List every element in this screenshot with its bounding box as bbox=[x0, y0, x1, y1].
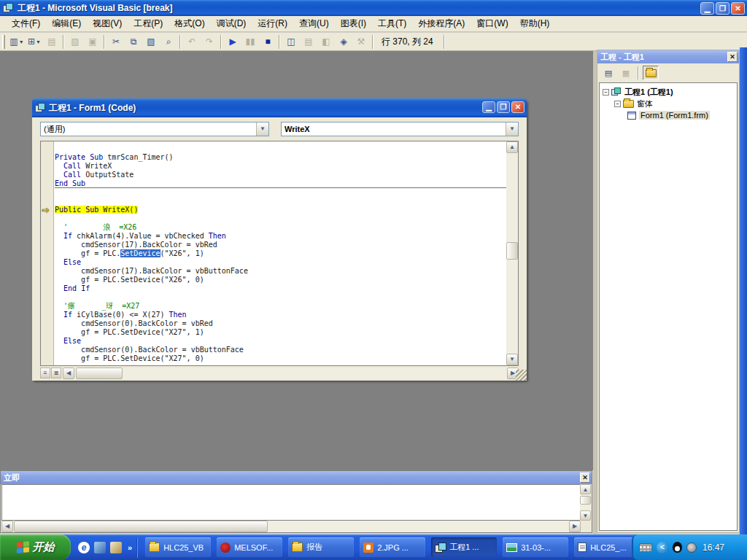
procedure-combo[interactable]: WriteX ▼ bbox=[281, 122, 519, 136]
properties-window-button[interactable]: ▤ bbox=[301, 34, 317, 50]
input-method-keyboard-icon[interactable] bbox=[639, 543, 652, 552]
toolbar-drag-handle[interactable] bbox=[2, 35, 5, 49]
code-line-20[interactable]: cmdSensor(0).BackColor = vbRed bbox=[55, 319, 506, 328]
continue-button[interactable]: ▶ bbox=[225, 34, 241, 50]
find-button[interactable]: ⌕ bbox=[160, 34, 177, 50]
scroll-left-arrow-icon[interactable]: ◀ bbox=[63, 368, 74, 379]
project-explorer-close-button[interactable]: ✕ bbox=[727, 52, 738, 62]
scroll-left-arrow-icon[interactable]: ◀ bbox=[1, 521, 13, 532]
object-combo[interactable]: (通用) ▼ bbox=[40, 122, 269, 136]
code-line-1[interactable]: Private Sub tmrScan_Timer() bbox=[55, 153, 506, 162]
menu-item-2[interactable]: 视图(V) bbox=[87, 16, 128, 31]
code-maximize-button[interactable]: ❐ bbox=[497, 101, 510, 113]
code-line-12[interactable]: gf = PLC.SetDevice("X26", 1) bbox=[55, 249, 506, 258]
code-line-11[interactable]: cmdSensor(17).BackColor = vbRed bbox=[55, 241, 506, 249]
tree-node-project[interactable]: − 工程1 (工程1) bbox=[600, 86, 737, 98]
code-line-13[interactable]: Else bbox=[55, 258, 506, 267]
form-layout-button[interactable]: ◧ bbox=[318, 34, 334, 50]
menu-editor-button[interactable]: ▤ bbox=[44, 34, 60, 50]
procedure-view-button[interactable]: ≡ bbox=[40, 368, 50, 378]
scroll-down-arrow-icon[interactable]: ▼ bbox=[580, 510, 591, 521]
menu-item-5[interactable]: 调试(D) bbox=[211, 16, 252, 31]
menu-item-9[interactable]: 工具(T) bbox=[372, 16, 412, 31]
scroll-up-arrow-icon[interactable]: ▲ bbox=[580, 484, 591, 494]
vertical-scroll-thumb[interactable] bbox=[506, 242, 518, 260]
internet-explorer-icon[interactable]: e bbox=[78, 542, 90, 553]
code-line-5[interactable] bbox=[55, 188, 506, 197]
task-button-0[interactable]: HLC25_VB bbox=[145, 537, 211, 557]
code-line-3[interactable]: Call OutputState bbox=[55, 171, 506, 179]
show-desktop-icon[interactable] bbox=[94, 542, 106, 553]
code-window-title-bar[interactable]: 工程1 - Form1 (Code) ▁ ❐ ✕ bbox=[32, 98, 527, 117]
code-line-15[interactable]: gf = PLC.SetDevice("X26", 0) bbox=[55, 276, 506, 284]
toolbox-button[interactable]: ⚒ bbox=[353, 34, 369, 50]
immediate-title-bar[interactable]: 立即 ✕ bbox=[1, 471, 592, 484]
dropdown-arrow-icon[interactable]: ▼ bbox=[19, 39, 24, 44]
code-line-24[interactable]: gf = PLC.SetDevice("X27", 0) bbox=[55, 354, 506, 363]
scroll-right-arrow-icon[interactable]: ▶ bbox=[569, 521, 581, 532]
paste-button[interactable]: ▧ bbox=[143, 34, 159, 50]
code-minimize-button[interactable]: ▁ bbox=[482, 101, 495, 113]
vertical-scroll-thumb[interactable] bbox=[580, 496, 591, 505]
toggle-folders-button[interactable] bbox=[643, 66, 659, 80]
cut-button[interactable]: ✂ bbox=[108, 34, 124, 50]
break-button[interactable]: ▮▮ bbox=[242, 34, 258, 50]
menu-item-1[interactable]: 编辑(E) bbox=[46, 16, 87, 31]
code-line-19[interactable]: If iCylBase(0) <= X(27) Then bbox=[55, 311, 506, 319]
code-vertical-scrollbar[interactable]: ▲ ▼ bbox=[506, 141, 518, 365]
code-line-14[interactable]: cmdSensor(17).BackColor = vbButtonFace bbox=[55, 267, 506, 276]
menu-item-6[interactable]: 运行(R) bbox=[252, 16, 293, 31]
view-code-button[interactable]: ▤ bbox=[600, 66, 616, 80]
code-line-22[interactable]: Else bbox=[55, 337, 506, 346]
horizontal-scroll-thumb[interactable] bbox=[14, 521, 268, 532]
forms-folder-label[interactable]: 窗体 bbox=[637, 98, 653, 109]
start-button[interactable]: 开始 bbox=[0, 534, 71, 560]
procedure-combo-arrow-icon[interactable]: ▼ bbox=[506, 122, 518, 136]
code-line-7[interactable]: Public Sub WriteX() bbox=[55, 206, 506, 214]
add-project-button[interactable]: ▥▼ bbox=[9, 34, 25, 50]
full-module-view-button[interactable]: ≣ bbox=[51, 368, 61, 378]
task-button-5[interactable]: 31-03-... bbox=[503, 537, 568, 557]
scroll-up-arrow-icon[interactable]: ▲ bbox=[506, 141, 518, 153]
task-button-4[interactable]: 工程1 ... bbox=[431, 537, 497, 557]
code-line-21[interactable]: gf = PLC.SetDevice("X27", 1) bbox=[55, 328, 506, 337]
qq-messenger-icon[interactable] bbox=[673, 542, 682, 553]
immediate-close-button[interactable]: ✕ bbox=[580, 472, 590, 483]
menu-item-11[interactable]: 窗口(W) bbox=[471, 16, 514, 31]
code-text[interactable]: Private Sub tmrScan_Timer() Call WriteX … bbox=[55, 141, 506, 365]
task-button-3[interactable]: 2.JPG ... bbox=[360, 537, 425, 557]
task-button-2[interactable]: 报告 bbox=[288, 537, 354, 557]
object-browser-button[interactable]: ◈ bbox=[336, 34, 352, 50]
code-line-4[interactable]: End Sub bbox=[55, 179, 506, 188]
code-line-17[interactable] bbox=[55, 293, 506, 302]
menu-item-8[interactable]: 图表(I) bbox=[335, 16, 372, 31]
close-button[interactable]: ✕ bbox=[731, 2, 745, 15]
minimize-button[interactable]: ▁ bbox=[700, 2, 714, 15]
scroll-down-arrow-icon[interactable]: ▼ bbox=[506, 354, 518, 365]
menu-item-4[interactable]: 格式(O) bbox=[169, 16, 210, 31]
project-explorer-button[interactable]: ◫ bbox=[283, 34, 299, 50]
menu-item-12[interactable]: 帮助(H) bbox=[514, 16, 556, 31]
object-combo-arrow-icon[interactable]: ▼ bbox=[256, 122, 268, 136]
code-close-button[interactable]: ✕ bbox=[511, 101, 525, 113]
form1-node-label[interactable]: Form1 (Form1.frm) bbox=[639, 111, 710, 120]
code-line-2[interactable]: Call WriteX bbox=[55, 162, 506, 171]
save-project-button[interactable]: ▣ bbox=[85, 34, 101, 50]
open-project-button[interactable]: ▨ bbox=[67, 34, 83, 50]
copy-button[interactable]: ⧉ bbox=[125, 34, 142, 50]
collapse-icon[interactable]: − bbox=[603, 89, 609, 96]
code-line-6[interactable] bbox=[55, 197, 506, 206]
menu-item-7[interactable]: 查询(U) bbox=[293, 16, 335, 31]
code-line-16[interactable]: End If bbox=[55, 284, 506, 293]
task-button-1[interactable]: MELSOF... bbox=[217, 537, 282, 557]
tree-node-forms-folder[interactable]: − 窗体 bbox=[600, 98, 737, 109]
code-horizontal-scrollbar[interactable]: ◀ ▶ bbox=[63, 368, 519, 379]
add-form-button[interactable]: ⊞▼ bbox=[26, 34, 42, 50]
code-line-9[interactable]: ' 浪 =X26 bbox=[55, 223, 506, 232]
code-line-10[interactable]: If chkAlarm(4).Value = vbChecked Then bbox=[55, 232, 506, 241]
maximize-button[interactable]: ❐ bbox=[716, 2, 729, 15]
code-editor[interactable]: ⇨ Private Sub tmrScan_Timer() Call Write… bbox=[40, 141, 519, 366]
project-explorer-title-bar[interactable]: 工程 - 工程1 ✕ bbox=[597, 50, 739, 63]
immediate-content[interactable] bbox=[1, 484, 581, 521]
menu-item-10[interactable]: 外接程序(A) bbox=[412, 16, 471, 31]
